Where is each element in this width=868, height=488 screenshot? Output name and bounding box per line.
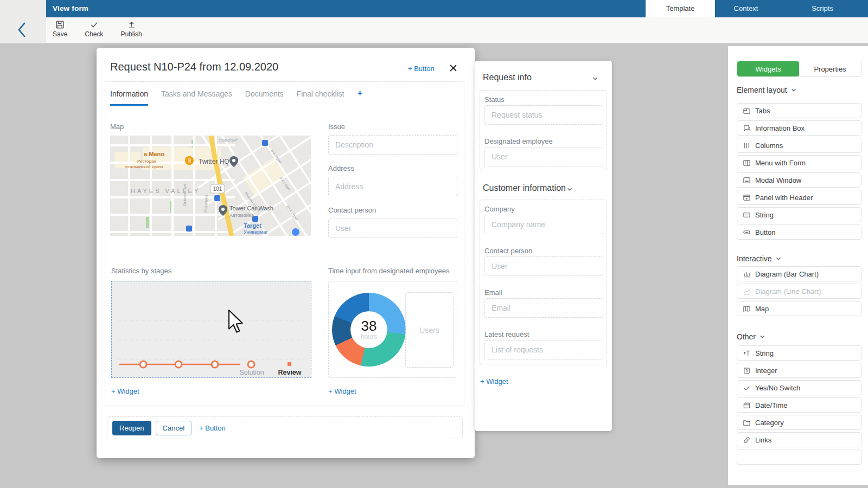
tab-template[interactable]: Template — [646, 0, 715, 17]
integer-icon — [743, 367, 751, 375]
map-tower-label: Tower Car Wash — [229, 205, 273, 211]
form-title: Request N10-P24 from 12.09.2020 — [110, 61, 278, 73]
publish-icon — [127, 20, 136, 29]
widget-item-menu-with-form[interactable]: Menu with Form — [737, 155, 861, 170]
users-placeholder-box[interactable]: Users — [405, 292, 454, 368]
switch-icon — [743, 384, 751, 392]
topbar-corner — [0, 0, 46, 17]
request-info-panel: Request info Status Request status Desig… — [475, 61, 612, 431]
map-icon — [743, 305, 751, 313]
widget-item-integer[interactable]: Integer — [737, 363, 861, 378]
bar-chart-icon — [743, 270, 751, 278]
latest-request-field[interactable]: List of requests — [484, 340, 603, 359]
toolbar: Save Check Publish — [0, 17, 868, 43]
company-label: Company — [484, 205, 515, 213]
widget-item-modal-window[interactable]: Modal Window — [737, 172, 861, 188]
collapse-chevron-icon[interactable] — [591, 75, 599, 82]
widget-item-button[interactable]: Button — [737, 224, 861, 240]
section-element-layout[interactable]: Element layout — [737, 86, 797, 94]
section-interactive[interactable]: Interactive — [737, 254, 782, 263]
email-field[interactable]: Email — [484, 298, 603, 318]
widget-item-map[interactable]: Map — [737, 301, 861, 316]
reopen-button[interactable]: Reopen — [112, 421, 151, 435]
address-field[interactable]: Address — [328, 177, 457, 196]
tab-widgets[interactable]: Widgets — [737, 61, 799, 76]
chevron-down-icon — [758, 333, 766, 341]
section-other[interactable]: Other — [737, 332, 766, 341]
mouse-cursor-icon — [229, 310, 242, 332]
customer-collapse-chevron-icon[interactable] — [566, 185, 573, 193]
back-icon[interactable] — [14, 21, 29, 39]
form-tab-information[interactable]: Information — [110, 89, 148, 106]
widget-item-columns[interactable]: Columns — [737, 138, 861, 153]
footer-add-button-link[interactable]: + Button — [199, 424, 226, 432]
status-field[interactable]: Request status — [484, 105, 603, 125]
contact-person-label: Contact person — [328, 206, 376, 214]
widget-item-string-layout[interactable]: String — [737, 207, 861, 222]
save-label: Save — [53, 30, 67, 38]
save-icon — [55, 20, 65, 29]
widget-item-string-other[interactable]: String — [737, 345, 861, 361]
statistics-line-chart[interactable]: Solution Review — [111, 281, 311, 378]
add-button-link[interactable]: + Button — [408, 65, 435, 73]
string-icon — [743, 211, 751, 219]
designated-employee-field[interactable]: User — [484, 147, 603, 166]
form-tab-documents[interactable]: Documents — [245, 89, 284, 106]
tab-context[interactable]: Context — [715, 0, 777, 17]
svg-text:Гров-стрит: Гров-стрит — [219, 138, 238, 143]
time-donut-widget[interactable]: 38 hours Users — [328, 281, 457, 378]
widget-item-category[interactable]: Category — [737, 415, 861, 430]
add-widget-link-right[interactable]: + Widget — [328, 387, 356, 395]
time-input-label: Time input from designated employees — [328, 267, 450, 275]
cancel-button[interactable]: Cancel — [156, 421, 192, 435]
check-button[interactable]: Check — [82, 19, 105, 39]
window-title: View form — [53, 0, 88, 17]
stage-label-solution: Solution — [239, 369, 264, 376]
widget-item-diagram-line-chart[interactable]: Diagram (Line Chart) — [737, 284, 861, 299]
close-icon[interactable] — [449, 63, 458, 73]
tab-properties[interactable]: Properties — [799, 61, 861, 76]
donut-center-value: 38 — [361, 319, 377, 333]
widget-item-tabs[interactable]: Tabs — [737, 103, 861, 118]
map-widget[interactable]: 101 a Mano Ресторан итальянской кухни Tw… — [110, 136, 311, 236]
donut-center-unit: hours — [361, 333, 377, 341]
add-widget-link-left[interactable]: + Widget — [111, 387, 139, 395]
columns-icon — [743, 142, 751, 150]
form-tab-tasks[interactable]: Tasks and Messages — [161, 89, 232, 106]
request-info-title: Request info — [483, 73, 532, 82]
form-tabs: Information Tasks and Messages Documents… — [110, 89, 457, 106]
publish-button[interactable]: Publish — [118, 19, 144, 39]
widget-item-empty[interactable] — [737, 450, 861, 465]
widget-item-diagram-bar-chart[interactable]: Diagram (Bar Chart) — [737, 266, 861, 281]
footer-button-container: Reopen Cancel + Button — [107, 416, 463, 439]
tab-scripts[interactable]: Scripts — [777, 0, 868, 17]
widgets-sidebar: Widgets Properties Element layout Tabs I… — [728, 46, 868, 485]
svg-text:Ресторан: Ресторан — [137, 159, 156, 164]
company-field[interactable]: Company name — [484, 215, 603, 234]
top-title-bar: View form Template Context Scripts — [0, 0, 868, 17]
add-tab-icon[interactable]: + — [358, 88, 363, 106]
form-tab-final-checklist[interactable]: Final checklist — [297, 89, 344, 106]
contact-person-field[interactable]: User — [328, 219, 457, 238]
widget-item-links[interactable]: Links — [737, 432, 861, 447]
widget-item-yes-no-switch[interactable]: Yes/No Switch — [737, 380, 861, 395]
statistics-label: Statistics by stages — [111, 267, 171, 275]
widget-item-date-time[interactable]: Date/Time — [737, 397, 861, 413]
footer-divider — [97, 407, 475, 407]
issue-field[interactable]: Description — [328, 135, 457, 155]
form-designer-modal: Request N10-P24 from 12.09.2020 + Button… — [97, 48, 475, 458]
widget-item-information-box[interactable]: Information Box — [737, 120, 861, 136]
widget-item-panel-with-header[interactable]: Panel with Header — [737, 190, 861, 205]
information-box-icon — [743, 124, 751, 132]
designated-employee-label: Designated employee — [484, 137, 553, 145]
issue-label: Issue — [328, 123, 345, 131]
svg-text:итальянской кухни: итальянской кухни — [125, 164, 163, 169]
map-restaurant-label: a Mano — [144, 151, 164, 157]
save-button[interactable]: Save — [50, 19, 69, 39]
svg-text:Октавия бул.: Октавия бул. — [183, 183, 187, 206]
latest-request-label: Latest request — [484, 330, 529, 338]
donut-chart: 38 hours — [332, 293, 406, 367]
customer-contact-field[interactable]: User — [484, 256, 603, 276]
panel-add-widget-link[interactable]: + Widget — [480, 377, 508, 386]
tabs-icon — [743, 107, 751, 115]
